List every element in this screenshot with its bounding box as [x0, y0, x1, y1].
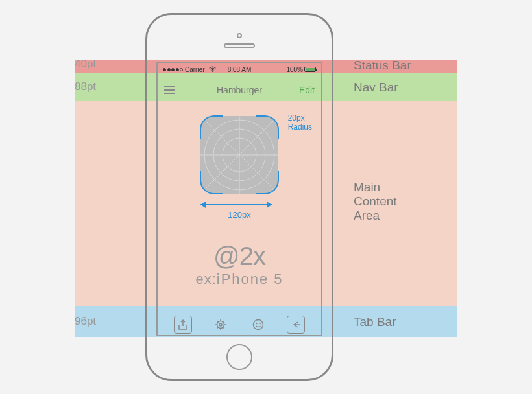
- status-time: 8:08 AM: [158, 66, 321, 73]
- svg-line-14: [217, 321, 217, 321]
- pt-nav: 88pt: [75, 80, 96, 93]
- nav-bar: Hamburger Edit: [158, 76, 321, 104]
- reply-icon[interactable]: [287, 316, 305, 334]
- label-tab-bar: Tab Bar: [354, 315, 396, 329]
- nav-title: Hamburger: [158, 85, 321, 95]
- pt-tab: 96pt: [75, 315, 96, 328]
- battery-icon: [304, 67, 316, 72]
- phone-screen: Carrier 8:08 AM 100% Hamburger Edit: [156, 62, 322, 336]
- svg-point-9: [219, 323, 222, 326]
- resolution-scale: @2x: [158, 242, 321, 271]
- smiley-icon[interactable]: [249, 316, 267, 334]
- tab-bar: [158, 309, 321, 336]
- label-nav-bar: Nav Bar: [354, 80, 398, 95]
- svg-line-17: [217, 327, 217, 328]
- resolution-example: ex:iPhone 5: [158, 271, 321, 288]
- svg-point-19: [256, 323, 257, 323]
- app-icon-spec: 20px Radius 120px: [197, 116, 282, 194]
- svg-line-15: [223, 327, 224, 328]
- phone-speaker: [224, 43, 255, 48]
- share-icon[interactable]: [174, 316, 192, 334]
- radius-annotation: 20px Radius: [288, 113, 312, 132]
- app-icon-grid: 20px Radius: [200, 116, 278, 194]
- width-dimension-line: [200, 204, 272, 205]
- home-button: [226, 344, 252, 370]
- svg-line-16: [223, 321, 224, 321]
- stage: Status Bar Nav Bar Main Content Area Tab…: [0, 0, 532, 394]
- pt-status: 40pt: [75, 58, 96, 71]
- status-bar: Carrier 8:08 AM 100%: [158, 63, 321, 76]
- svg-point-8: [217, 321, 224, 329]
- label-main-area: Main Content Area: [354, 180, 397, 223]
- main-content-area: 20px Radius 120px @2x ex:iPhone 5: [158, 104, 321, 309]
- gear-icon[interactable]: [212, 316, 230, 334]
- phone-frame: Carrier 8:08 AM 100% Hamburger Edit: [145, 13, 333, 381]
- label-status-bar: Status Bar: [354, 58, 411, 73]
- resolution-label: @2x ex:iPhone 5: [158, 242, 321, 288]
- svg-point-18: [254, 320, 263, 330]
- svg-point-20: [260, 323, 260, 323]
- phone-camera: [237, 33, 242, 38]
- width-annotation: 120px: [197, 210, 282, 220]
